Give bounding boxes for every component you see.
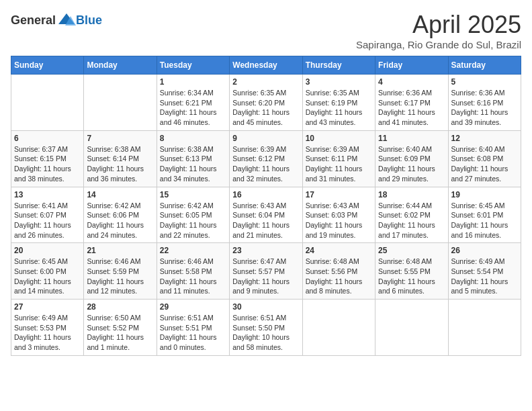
day-number: 21 bbox=[87, 246, 153, 255]
calendar-cell: 24Sunrise: 6:48 AM Sunset: 5:56 PM Dayli… bbox=[302, 243, 375, 300]
day-number: 17 bbox=[306, 190, 372, 199]
logo-general: General bbox=[11, 13, 56, 28]
calendar-cell bbox=[448, 300, 521, 356]
calendar-cell: 1Sunrise: 6:34 AM Sunset: 6:21 PM Daylig… bbox=[157, 75, 229, 131]
calendar-cell: 21Sunrise: 6:46 AM Sunset: 5:59 PM Dayli… bbox=[84, 243, 157, 300]
day-number: 7 bbox=[87, 134, 153, 143]
weekday-header-tuesday: Tuesday bbox=[157, 56, 229, 75]
calendar-cell: 25Sunrise: 6:48 AM Sunset: 5:55 PM Dayli… bbox=[375, 243, 448, 300]
day-number: 25 bbox=[378, 246, 445, 255]
calendar-cell: 8Sunrise: 6:38 AM Sunset: 6:13 PM Daylig… bbox=[157, 130, 229, 187]
day-info: Sunrise: 6:48 AM Sunset: 5:55 PM Dayligh… bbox=[378, 257, 445, 296]
day-number: 20 bbox=[14, 246, 81, 255]
calendar-week-2: 6Sunrise: 6:37 AM Sunset: 6:15 PM Daylig… bbox=[11, 130, 521, 187]
calendar-cell bbox=[302, 300, 375, 356]
day-info: Sunrise: 6:46 AM Sunset: 5:59 PM Dayligh… bbox=[87, 257, 153, 296]
location-title: Sapiranga, Rio Grande do Sul, Brazil bbox=[356, 39, 521, 50]
day-info: Sunrise: 6:38 AM Sunset: 6:13 PM Dayligh… bbox=[160, 144, 226, 184]
calendar-cell: 27Sunrise: 6:49 AM Sunset: 5:53 PM Dayli… bbox=[11, 300, 84, 356]
calendar-cell: 30Sunrise: 6:51 AM Sunset: 5:50 PM Dayli… bbox=[230, 300, 302, 356]
calendar-cell: 3Sunrise: 6:35 AM Sunset: 6:19 PM Daylig… bbox=[302, 75, 375, 131]
day-info: Sunrise: 6:39 AM Sunset: 6:12 PM Dayligh… bbox=[232, 144, 299, 184]
calendar-cell: 9Sunrise: 6:39 AM Sunset: 6:12 PM Daylig… bbox=[230, 130, 302, 187]
day-info: Sunrise: 6:48 AM Sunset: 5:56 PM Dayligh… bbox=[306, 257, 372, 296]
day-number: 9 bbox=[232, 134, 299, 143]
calendar-cell: 15Sunrise: 6:42 AM Sunset: 6:05 PM Dayli… bbox=[157, 187, 229, 243]
calendar-cell: 4Sunrise: 6:36 AM Sunset: 6:17 PM Daylig… bbox=[375, 75, 448, 131]
day-number: 28 bbox=[87, 302, 153, 312]
day-number: 12 bbox=[451, 134, 518, 143]
day-info: Sunrise: 6:35 AM Sunset: 6:20 PM Dayligh… bbox=[232, 88, 299, 128]
calendar-cell: 22Sunrise: 6:46 AM Sunset: 5:58 PM Dayli… bbox=[157, 243, 229, 300]
day-number: 3 bbox=[306, 77, 372, 87]
day-number: 22 bbox=[160, 246, 226, 255]
day-number: 26 bbox=[451, 246, 518, 255]
calendar-cell: 26Sunrise: 6:49 AM Sunset: 5:54 PM Dayli… bbox=[448, 243, 521, 300]
day-number: 1 bbox=[160, 77, 226, 87]
calendar-cell: 28Sunrise: 6:50 AM Sunset: 5:52 PM Dayli… bbox=[84, 300, 157, 356]
day-number: 27 bbox=[14, 302, 81, 312]
day-number: 6 bbox=[14, 134, 81, 143]
day-number: 5 bbox=[451, 77, 518, 87]
day-info: Sunrise: 6:40 AM Sunset: 6:08 PM Dayligh… bbox=[451, 144, 518, 184]
day-info: Sunrise: 6:49 AM Sunset: 5:54 PM Dayligh… bbox=[451, 257, 518, 296]
month-title: April 2025 bbox=[356, 11, 521, 39]
day-number: 10 bbox=[306, 134, 372, 143]
day-number: 24 bbox=[306, 246, 372, 255]
day-info: Sunrise: 6:40 AM Sunset: 6:09 PM Dayligh… bbox=[378, 144, 445, 184]
weekday-header-saturday: Saturday bbox=[448, 56, 521, 75]
weekday-header-thursday: Thursday bbox=[302, 56, 375, 75]
calendar-cell: 14Sunrise: 6:42 AM Sunset: 6:06 PM Dayli… bbox=[84, 187, 157, 243]
day-number: 15 bbox=[160, 190, 226, 199]
day-number: 11 bbox=[378, 134, 445, 143]
day-info: Sunrise: 6:49 AM Sunset: 5:53 PM Dayligh… bbox=[14, 313, 81, 353]
weekday-header-monday: Monday bbox=[84, 56, 157, 75]
day-info: Sunrise: 6:34 AM Sunset: 6:21 PM Dayligh… bbox=[160, 88, 226, 128]
weekday-header-row: SundayMondayTuesdayWednesdayThursdayFrid… bbox=[11, 56, 521, 75]
calendar-cell: 11Sunrise: 6:40 AM Sunset: 6:09 PM Dayli… bbox=[375, 130, 448, 187]
day-number: 19 bbox=[451, 190, 518, 199]
day-number: 2 bbox=[232, 77, 299, 87]
calendar-table: SundayMondayTuesdayWednesdayThursdayFrid… bbox=[11, 56, 521, 356]
day-info: Sunrise: 6:51 AM Sunset: 5:50 PM Dayligh… bbox=[232, 313, 299, 353]
day-number: 8 bbox=[160, 134, 226, 143]
day-number: 23 bbox=[232, 246, 299, 255]
calendar-cell: 19Sunrise: 6:45 AM Sunset: 6:01 PM Dayli… bbox=[448, 187, 521, 243]
day-info: Sunrise: 6:41 AM Sunset: 6:07 PM Dayligh… bbox=[14, 201, 81, 240]
weekday-header-friday: Friday bbox=[375, 56, 448, 75]
calendar-week-5: 27Sunrise: 6:49 AM Sunset: 5:53 PM Dayli… bbox=[11, 300, 521, 356]
calendar-cell: 16Sunrise: 6:43 AM Sunset: 6:04 PM Dayli… bbox=[230, 187, 302, 243]
calendar-cell: 23Sunrise: 6:47 AM Sunset: 5:57 PM Dayli… bbox=[230, 243, 302, 300]
day-number: 18 bbox=[378, 190, 445, 199]
day-number: 4 bbox=[378, 77, 445, 87]
day-info: Sunrise: 6:45 AM Sunset: 6:00 PM Dayligh… bbox=[14, 257, 81, 296]
day-info: Sunrise: 6:43 AM Sunset: 6:04 PM Dayligh… bbox=[232, 201, 299, 240]
calendar-cell: 5Sunrise: 6:36 AM Sunset: 6:16 PM Daylig… bbox=[448, 75, 521, 131]
calendar-cell: 12Sunrise: 6:40 AM Sunset: 6:08 PM Dayli… bbox=[448, 130, 521, 187]
day-number: 13 bbox=[14, 190, 81, 199]
day-info: Sunrise: 6:50 AM Sunset: 5:52 PM Dayligh… bbox=[87, 313, 153, 353]
day-info: Sunrise: 6:43 AM Sunset: 6:03 PM Dayligh… bbox=[306, 201, 372, 240]
day-info: Sunrise: 6:45 AM Sunset: 6:01 PM Dayligh… bbox=[451, 201, 518, 240]
logo-icon bbox=[57, 11, 76, 30]
title-block: April 2025 Sapiranga, Rio Grande do Sul,… bbox=[356, 11, 521, 50]
calendar-week-3: 13Sunrise: 6:41 AM Sunset: 6:07 PM Dayli… bbox=[11, 187, 521, 243]
day-number: 29 bbox=[160, 302, 226, 312]
day-info: Sunrise: 6:39 AM Sunset: 6:11 PM Dayligh… bbox=[306, 144, 372, 184]
page-header: General Blue April 2025 Sapiranga, Rio G… bbox=[11, 11, 521, 50]
calendar-cell: 13Sunrise: 6:41 AM Sunset: 6:07 PM Dayli… bbox=[11, 187, 84, 243]
day-info: Sunrise: 6:51 AM Sunset: 5:51 PM Dayligh… bbox=[160, 313, 226, 353]
day-info: Sunrise: 6:36 AM Sunset: 6:17 PM Dayligh… bbox=[378, 88, 445, 128]
calendar-cell bbox=[84, 75, 157, 131]
logo-blue: Blue bbox=[76, 13, 102, 28]
calendar-cell: 18Sunrise: 6:44 AM Sunset: 6:02 PM Dayli… bbox=[375, 187, 448, 243]
day-number: 16 bbox=[232, 190, 299, 199]
calendar-cell: 2Sunrise: 6:35 AM Sunset: 6:20 PM Daylig… bbox=[230, 75, 302, 131]
calendar-cell: 6Sunrise: 6:37 AM Sunset: 6:15 PM Daylig… bbox=[11, 130, 84, 187]
calendar-week-4: 20Sunrise: 6:45 AM Sunset: 6:00 PM Dayli… bbox=[11, 243, 521, 300]
calendar-cell bbox=[375, 300, 448, 356]
weekday-header-sunday: Sunday bbox=[11, 56, 84, 75]
calendar-cell: 10Sunrise: 6:39 AM Sunset: 6:11 PM Dayli… bbox=[302, 130, 375, 187]
calendar-week-1: 1Sunrise: 6:34 AM Sunset: 6:21 PM Daylig… bbox=[11, 75, 521, 131]
calendar-cell: 29Sunrise: 6:51 AM Sunset: 5:51 PM Dayli… bbox=[157, 300, 229, 356]
